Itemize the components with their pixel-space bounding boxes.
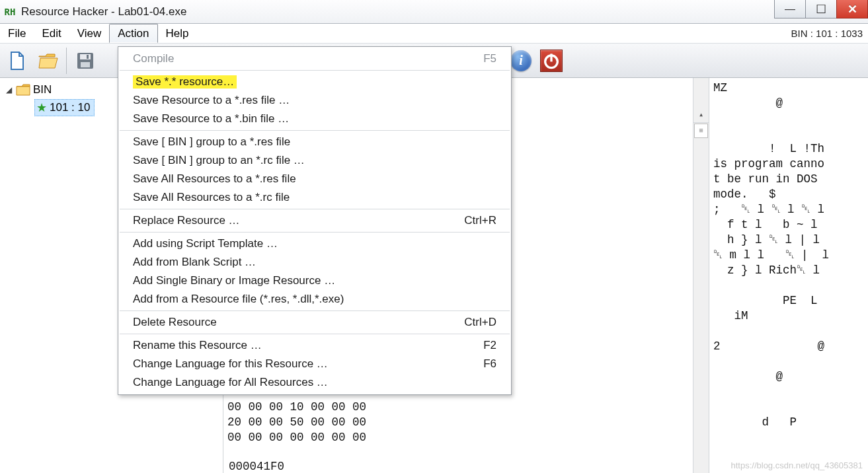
menu-item-label: Add from a Resource file (*.res, *.dll,*… (133, 293, 344, 306)
action-menu-item[interactable]: Save [ BIN ] group to a *.res file (118, 133, 511, 151)
menu-action[interactable]: Action (109, 24, 157, 43)
minimize-button[interactable]: — (774, 0, 806, 18)
open-button[interactable] (33, 46, 62, 75)
menu-item-label: Save Resource to a *.res file … (133, 94, 290, 107)
menu-separator (120, 130, 510, 131)
tree-collapse-icon[interactable]: ◢ (4, 85, 13, 94)
menu-separator (120, 334, 510, 334)
titlebar: RH Resource Hacker - Lab01-04.exe — ☐ ✕ (0, 0, 868, 24)
menu-item-label: Add Single Binary or Image Resource … (133, 274, 335, 287)
menu-separator (120, 209, 510, 209)
menubar: File Edit View Action Help BIN : 101 : 1… (0, 24, 868, 44)
toolbar-separator (66, 48, 67, 74)
folder-icon (16, 83, 30, 96)
action-menu-item[interactable]: Save *.* resource… (118, 73, 511, 91)
window-title: Resource Hacker - Lab01-04.exe (21, 5, 186, 18)
menu-item-label: Save All Resources to a *.res file (133, 172, 296, 186)
new-file-icon (7, 50, 28, 71)
hex-scrollbar[interactable]: ▴ ≡ (693, 78, 709, 473)
open-folder-icon (37, 50, 58, 71)
action-menu-item[interactable]: Add from a Resource file (*.res, *.dll,*… (118, 290, 511, 309)
menu-item-label: Add using Script Template … (133, 237, 278, 250)
scroll-thumb[interactable]: ≡ (694, 124, 708, 138)
action-menu-item[interactable]: Save Resource to a *.res file … (118, 91, 511, 110)
tree-root-label[interactable]: BIN (33, 83, 52, 96)
menu-item-label: Save [ BIN ] group to an *.rc file … (133, 154, 305, 167)
menu-item-label: Save Resource to a *.bin file … (133, 112, 289, 126)
menu-separator (120, 70, 510, 71)
menu-item-shortcut: Ctrl+D (438, 316, 496, 329)
power-button[interactable] (537, 46, 566, 75)
svg-rect-1 (80, 54, 91, 59)
action-menu-item[interactable]: Add Single Binary or Image Resource … (118, 272, 511, 290)
menu-edit[interactable]: Edit (34, 24, 69, 43)
ascii-view[interactable]: MZ @ ! L !Th is program canno t be run i… (709, 78, 868, 473)
menu-item-shortcut: F6 (457, 357, 496, 371)
menu-item-label: Compile (133, 52, 174, 65)
action-menu-item[interactable]: Delete ResourceCtrl+D (118, 313, 511, 332)
app-icon: RH (3, 5, 17, 19)
star-icon: ★ (36, 100, 47, 115)
menu-item-label: Change Language for this Resource … (133, 357, 328, 371)
menu-item-shortcut: Ctrl+R (438, 214, 496, 227)
menu-file[interactable]: File (0, 24, 34, 43)
close-button[interactable]: ✕ (836, 0, 868, 18)
action-menu-item[interactable]: Rename this Resource …F2 (118, 336, 511, 355)
action-menu-item[interactable]: Save All Resources to a *.rc file (118, 188, 511, 207)
menu-help[interactable]: Help (158, 24, 197, 43)
offset-label: 000041F0 (229, 460, 284, 473)
menu-item-label: Save All Resources to a *.rc file (133, 191, 290, 204)
svg-rect-2 (81, 62, 90, 67)
menu-item-label: Save [ BIN ] group to a *.res file (133, 135, 290, 149)
status-path: BIN : 101 : 1033 (791, 24, 868, 43)
menu-separator (120, 232, 510, 233)
menu-item-label: Change Language for All Resources … (133, 376, 328, 389)
menu-item-shortcut: F5 (457, 52, 496, 65)
action-menu-item: CompileF5 (118, 50, 511, 68)
watermark: https://blog.csdn.net/qq_43605381 (731, 460, 863, 470)
action-menu-item[interactable]: Change Language for All Resources … (118, 373, 511, 392)
menu-item-shortcut: F2 (457, 339, 496, 352)
menu-item-label: Rename this Resource … (133, 339, 262, 352)
svg-rect-3 (87, 55, 89, 59)
action-menu-item[interactable]: Change Language for this Resource …F6 (118, 355, 511, 373)
menu-separator (120, 310, 510, 311)
save-button[interactable] (71, 46, 100, 75)
menu-item-label: Save *.* resource… (133, 75, 237, 89)
maximize-button[interactable]: ☐ (805, 0, 837, 18)
menu-item-label: Delete Resource (133, 316, 217, 329)
menu-item-label: Replace Resource … (133, 214, 240, 227)
action-menu-item[interactable]: Replace Resource …Ctrl+R (118, 211, 511, 230)
menu-view[interactable]: View (69, 24, 110, 43)
action-menu-item[interactable]: Save Resource to a *.bin file … (118, 110, 511, 128)
action-menu-item[interactable]: Add using Script Template … (118, 235, 511, 253)
menu-item-label: Add from Blank Script … (133, 256, 256, 269)
action-menu-item[interactable]: Add from Blank Script … (118, 253, 511, 272)
tree-item-selected[interactable]: ★ 101 : 10 (34, 99, 95, 116)
tree-item-label: 101 : 10 (50, 101, 90, 114)
info-icon: i (510, 50, 532, 71)
action-menu-item[interactable]: Save [ BIN ] group to an *.rc file … (118, 151, 511, 170)
window-controls: — ☐ ✕ (775, 0, 868, 24)
power-icon (540, 50, 563, 72)
save-icon (75, 50, 96, 71)
new-button[interactable] (3, 46, 32, 75)
action-dropdown: CompileF5Save *.* resource…Save Resource… (118, 46, 512, 395)
action-menu-item[interactable]: Save All Resources to a *.res file (118, 170, 511, 188)
